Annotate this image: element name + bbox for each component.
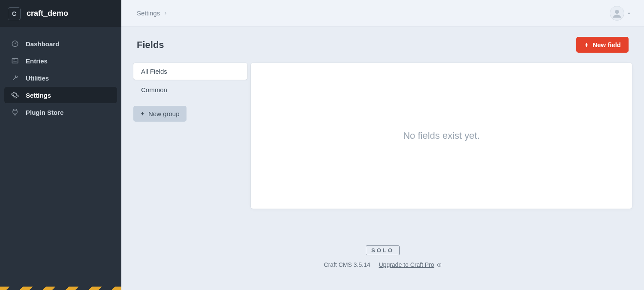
empty-state-message: No fields exist yet. [403, 130, 480, 141]
sidebar-item-label: Utilities [26, 75, 49, 82]
new-group-label: New group [148, 110, 180, 117]
upgrade-link-label: Upgrade to Craft Pro [379, 261, 434, 268]
new-field-label: New field [593, 41, 621, 48]
page-title: Fields [137, 39, 164, 51]
footer-line: Craft CMS 3.5.14 Upgrade to Craft Pro [324, 261, 441, 268]
svg-point-10 [437, 263, 441, 266]
field-groups-sidebar: All Fields Common New group [133, 63, 247, 209]
sidebar-item-label: Dashboard [26, 40, 59, 48]
site-logo-letter: C [12, 10, 16, 17]
news-icon [11, 57, 19, 65]
group-item-label: Common [141, 86, 167, 93]
chevron-down-icon [627, 11, 631, 15]
svg-point-5 [615, 9, 619, 13]
arrow-right-icon [437, 263, 442, 267]
main-footer: SOLO Craft CMS 3.5.14 Upgrade to Craft P… [121, 209, 644, 268]
new-group-button[interactable]: New group [133, 106, 187, 122]
gear-icon [11, 91, 19, 99]
new-field-button[interactable]: New field [576, 37, 629, 53]
plus-icon [140, 111, 145, 116]
sidebar-header[interactable]: C craft_demo [0, 0, 121, 27]
site-name: craft_demo [27, 9, 68, 18]
sidebar-item-label: Entries [26, 57, 48, 65]
content-area: All Fields Common New group No fields ex… [121, 63, 644, 209]
version-label: Craft CMS 3.5.14 [324, 261, 370, 268]
edition-badge[interactable]: SOLO [366, 245, 400, 255]
breadcrumb-item[interactable]: Settings [137, 9, 160, 17]
dev-mode-stripe [0, 287, 121, 290]
sidebar-item-plugin-store[interactable]: Plugin Store [4, 104, 117, 120]
group-item-all[interactable]: All Fields [133, 63, 247, 80]
sidebar-item-settings[interactable]: Settings [4, 87, 117, 103]
gauge-icon [11, 40, 19, 48]
wrench-icon [11, 74, 19, 82]
sidebar: C craft_demo Dashboard Entries Utilities [0, 0, 121, 290]
site-logo: C [8, 7, 21, 20]
user-menu[interactable] [610, 6, 631, 21]
group-item-label: All Fields [141, 68, 167, 75]
fields-panel: No fields exist yet. [251, 63, 632, 209]
main: Settings Fields New field Al [121, 0, 644, 290]
plug-icon [11, 108, 19, 116]
avatar [610, 6, 624, 21]
group-list: All Fields Common [133, 63, 247, 98]
topbar: Settings [121, 0, 644, 27]
sidebar-nav: Dashboard Entries Utilities Settings Plu… [0, 27, 121, 287]
sidebar-item-utilities[interactable]: Utilities [4, 70, 117, 86]
sidebar-item-entries[interactable]: Entries [4, 53, 117, 69]
upgrade-link[interactable]: Upgrade to Craft Pro [379, 261, 441, 268]
chevron-right-icon [163, 11, 168, 15]
sidebar-item-label: Plugin Store [26, 109, 63, 116]
page-header: Fields New field [121, 27, 644, 53]
sidebar-item-dashboard[interactable]: Dashboard [4, 36, 117, 52]
group-item-common[interactable]: Common [133, 81, 247, 98]
svg-point-1 [15, 43, 15, 44]
plus-icon [584, 42, 589, 48]
sidebar-item-label: Settings [26, 92, 51, 99]
breadcrumb: Settings [137, 9, 168, 17]
